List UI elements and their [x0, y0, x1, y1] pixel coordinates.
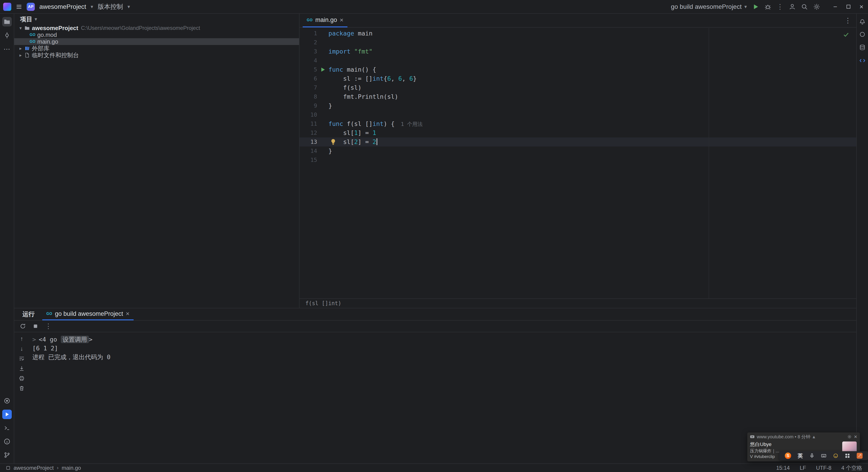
problems-tool-icon[interactable] [2, 437, 12, 446]
caret-position[interactable]: 15:14 [776, 465, 790, 471]
ime-language-toggle[interactable]: 英 [798, 452, 803, 459]
database-tool-icon[interactable] [858, 43, 867, 52]
line-number: 7 [300, 83, 317, 92]
emoji-icon[interactable] [833, 453, 838, 459]
code-line[interactable]: 14} [300, 147, 856, 156]
project-panel-title[interactable]: 项目 [20, 15, 32, 23]
toast-close-icon[interactable]: × [854, 434, 857, 439]
skin-settings-icon[interactable] [857, 453, 863, 459]
code-line[interactable]: 15 [300, 156, 856, 164]
goland-logo [3, 3, 11, 11]
toolbox-grid-icon[interactable] [845, 453, 850, 459]
code-token: f(sl [] [343, 120, 373, 127]
project-avatar-badge[interactable]: AP [27, 3, 35, 11]
code-line[interactable]: 4 [300, 56, 856, 65]
keyboard-icon[interactable] [821, 453, 827, 459]
code-line[interactable]: 13 sl[2] = 2 [300, 137, 856, 147]
code-line[interactable]: 3import "fmt" [300, 47, 856, 56]
endpoints-code-icon[interactable] [858, 56, 867, 65]
go-file-icon: GO [307, 18, 313, 22]
code-line[interactable]: 10 [300, 110, 856, 119]
code-line[interactable]: 7 f(sl) [300, 83, 856, 92]
fold-expander-icon[interactable]: > [32, 336, 36, 343]
chevron-up-icon[interactable]: ▴ [813, 434, 815, 439]
run-options-kebab-icon[interactable]: ⋮ [45, 323, 52, 329]
close-button[interactable]: × [855, 0, 868, 13]
breadcrumb[interactable]: f(sl []int) [300, 298, 856, 308]
services-tool-icon[interactable] [2, 396, 12, 406]
file-encoding[interactable]: UTF-8 [816, 465, 831, 471]
tree-row-root[interactable]: ▾ awesomeProject C:\Users\meowr\GolandPr… [14, 25, 299, 31]
microphone-icon[interactable] [809, 453, 815, 459]
prev-occurrence-icon[interactable]: ↑ [19, 336, 25, 342]
more-tools-icon[interactable]: ⋯ [2, 44, 12, 54]
console-lines[interactable]: ><4 go 设置调用>[6 1 2]进程 已完成，退出代码为 0 [29, 333, 856, 464]
tree-row-external-libraries[interactable]: ▸ 外部库 [14, 45, 299, 52]
run-button[interactable] [752, 3, 759, 10]
user-account-icon[interactable] [789, 3, 796, 10]
version-control-tool-icon[interactable] [2, 450, 12, 460]
chevron-right-icon[interactable]: ▸ [18, 53, 24, 58]
editor-tab-maingo[interactable]: GO main.go × [303, 13, 347, 27]
code-line[interactable]: 11func f(sl []int) { 1 个用法 [300, 119, 856, 128]
code-line[interactable]: 6 sl := []int{6, 6, 6} [300, 74, 856, 83]
chevron-down-icon[interactable]: ▾ [127, 4, 130, 9]
code-editor[interactable]: 1package main23import "fmt"45func main()… [300, 28, 856, 298]
project-tool-icon[interactable] [2, 17, 12, 27]
tree-row-maingo[interactable]: GO main.go [14, 38, 299, 45]
minimize-button[interactable]: − [829, 0, 842, 13]
ime-toolbar[interactable]: S 英 [779, 451, 868, 460]
run-configuration-select[interactable]: go build awesomeProject ▾ [671, 3, 747, 10]
chevron-down-icon[interactable]: ▾ [35, 17, 37, 22]
line-number: 5 [300, 65, 317, 74]
breadcrumb-context[interactable]: f(sl []int) [305, 300, 341, 307]
code-line[interactable]: 1package main [300, 29, 856, 38]
code-line[interactable]: 12 sl[1] = 1 [300, 128, 856, 137]
commit-tool-icon[interactable] [2, 31, 12, 40]
print-icon[interactable] [19, 375, 25, 382]
code-line-content: } [329, 101, 856, 110]
stop-button[interactable] [33, 323, 38, 329]
tab-options-kebab-icon[interactable]: ⋮ [844, 17, 851, 24]
chevron-down-icon[interactable]: ▾ [91, 4, 93, 9]
intention-bulb-icon[interactable] [330, 138, 337, 145]
tree-row-gomod[interactable]: GO go.mod [14, 31, 299, 38]
close-tab-icon[interactable]: × [340, 17, 343, 23]
settings-gear-icon[interactable] [813, 3, 820, 10]
line-number: 8 [300, 92, 317, 101]
terminal-tool-icon[interactable] [2, 423, 12, 433]
clear-console-icon[interactable] [19, 385, 25, 391]
chevron-right-icon[interactable]: ▸ [18, 46, 24, 51]
project-name[interactable]: awesomeProject [39, 3, 86, 10]
run-tool-icon[interactable] [2, 410, 12, 419]
statusbar-file[interactable]: main.go [62, 465, 81, 471]
next-occurrence-icon[interactable]: ↓ [19, 345, 25, 352]
code-line[interactable]: 8 fmt.Println(sl) [300, 92, 856, 101]
notifications-bell-icon[interactable] [858, 17, 867, 26]
code-line[interactable]: 9} [300, 101, 856, 110]
ai-assistant-icon[interactable] [858, 30, 867, 39]
close-tab-icon[interactable]: × [126, 311, 129, 317]
line-number: 6 [300, 74, 317, 83]
run-line-icon[interactable] [317, 67, 329, 72]
vcs-widget[interactable]: 版本控制 [98, 2, 123, 11]
run-tab[interactable]: GO go build awesomeProject × [42, 308, 133, 320]
maximize-button[interactable] [842, 0, 855, 13]
more-actions-kebab-icon[interactable]: ⋮ [777, 3, 783, 10]
main-menu-icon[interactable] [16, 4, 22, 10]
statusbar-project[interactable]: awesomeProject [13, 465, 54, 471]
code-line[interactable]: 2 [300, 38, 856, 47]
sogou-logo-icon[interactable]: S [785, 452, 791, 459]
debug-button[interactable] [765, 3, 771, 10]
indent-style[interactable]: 4 个空格 [841, 464, 862, 472]
tree-row-scratches[interactable]: ▸ 临时文件和控制台 [14, 52, 299, 59]
code-line[interactable]: 5func main() { [300, 65, 856, 74]
rerun-button[interactable] [20, 323, 26, 329]
line-separator[interactable]: LF [800, 465, 806, 471]
toast-settings-gear-icon[interactable] [847, 435, 852, 439]
soft-wrap-icon[interactable] [19, 355, 25, 362]
code-line-content: func f(sl []int) { 1 个用法 [329, 119, 856, 128]
search-everywhere-icon[interactable] [801, 3, 808, 10]
scroll-to-end-icon[interactable] [19, 365, 25, 372]
chevron-down-icon[interactable]: ▾ [18, 25, 24, 31]
